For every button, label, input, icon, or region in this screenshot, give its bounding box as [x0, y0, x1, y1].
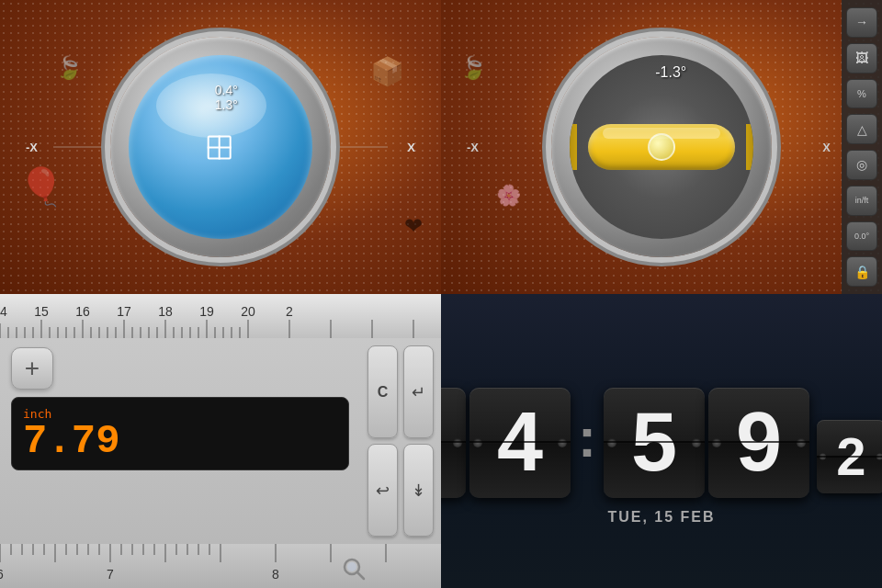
svg-text:7: 7	[107, 567, 114, 582]
measurement-value: 7.79	[23, 421, 337, 461]
spirit-bubble	[648, 133, 675, 161]
bolt-right-icon-2	[558, 438, 567, 447]
svg-text:20: 20	[241, 304, 255, 319]
sidebar-btn-percent[interactable]: %	[846, 79, 877, 109]
ruler-bottom-svg: 6 7 8	[0, 544, 441, 588]
ruler-top-scale: 14 15 16 17 18 19 20 2	[0, 294, 441, 338]
leaf-decoration: 🍃	[55, 55, 83, 81]
seconds-display: 2 6	[817, 420, 882, 493]
svg-text:17: 17	[117, 304, 131, 319]
sidebar-btn-triangle[interactable]: △	[846, 114, 877, 144]
bolt-right-icon	[453, 438, 462, 447]
plus-label: +	[25, 354, 40, 383]
svg-text:18: 18	[158, 304, 173, 319]
ruler-top-svg: 14 15 16 17 18 19 20 2	[0, 294, 441, 338]
svg-text:8: 8	[272, 567, 279, 582]
minutes-tens: 5	[604, 388, 705, 498]
bolt-right-icon-3	[692, 438, 701, 447]
sidebar-btn-target[interactable]: ◎	[846, 150, 877, 180]
spirit-tube	[588, 124, 735, 170]
clock-date: TUE, 15 FEB	[607, 509, 715, 526]
ruler-bottom-scale: 6 7 8	[0, 544, 441, 588]
heart-decoration: ❤	[404, 213, 423, 239]
svg-text:2: 2	[286, 304, 293, 319]
svg-text:16: 16	[75, 304, 90, 319]
seconds-tens: 2	[817, 420, 882, 493]
bolt-left-icon-2	[473, 438, 482, 447]
sidebar-btn-angle[interactable]: 0.0°	[846, 221, 877, 252]
measurement-display: inch 7.79	[11, 397, 349, 470]
magnifier-icon[interactable]	[342, 557, 368, 582]
svg-text:14: 14	[0, 304, 7, 319]
flip-clock-panel: PM 0 4 :	[441, 294, 882, 588]
spirit-inner	[570, 55, 753, 239]
hours-display: 0 4	[441, 388, 571, 498]
add-measurement-button[interactable]: +	[11, 347, 53, 390]
spirit-level-panel: 🍃 🌸 Y -Y -X X -1.3° → 🖼 %	[441, 0, 882, 294]
x-left-label: -X	[26, 141, 38, 154]
sidebar-btn-image[interactable]: 🖼	[846, 43, 877, 74]
colon-separator: :	[578, 411, 596, 466]
crosshair-box	[208, 136, 232, 160]
svg-text:6: 6	[0, 567, 4, 582]
clear-button[interactable]: C	[368, 345, 398, 438]
sidebar-btn-export[interactable]: →	[846, 7, 877, 38]
back-button[interactable]: ↩	[368, 444, 398, 537]
hours-ones: 4	[469, 388, 571, 498]
leaf-deco-q2: 🍃	[459, 55, 487, 81]
svg-line-73	[357, 572, 364, 579]
svg-point-74	[347, 562, 356, 571]
clock-container: PM 0 4 :	[441, 357, 882, 526]
flower-deco-q2: 🌸	[496, 184, 521, 208]
enter-button[interactable]: ↵	[403, 345, 434, 438]
spirit-angle-value: -1.3°	[655, 64, 686, 80]
clock-top-bar: PM	[441, 357, 882, 377]
tube-right-cap	[746, 124, 753, 170]
sidebar-btn-infeet[interactable]: in/ft	[846, 186, 877, 216]
app-grid: 🎈 🍃 📦 ❤ Y -Y -X X 0.4° 1.3° 🍃 🌸 Y -Y -X …	[0, 0, 882, 588]
x-right-label: X	[407, 141, 415, 154]
ruler-main-area: + inch 7.79	[0, 338, 360, 544]
q2-x-left-label: -X	[467, 141, 479, 154]
ruler-content-area: + inch 7.79 C ↵ ↩ ↡	[0, 338, 441, 544]
minutes-display: 5 9	[604, 388, 809, 498]
svg-text:19: 19	[199, 304, 214, 319]
q2-x-right-label: X	[822, 141, 831, 154]
minutes-ones: 9	[708, 388, 809, 498]
ruler-panel: 14 15 16 17 18 19 20 2 + inch 7.79	[0, 294, 441, 588]
spirit-angle-display: -1.3°	[655, 64, 686, 81]
flip-digits-row: 0 4 : 5	[441, 388, 882, 498]
hours-tens: 0	[441, 388, 466, 498]
bolt-s-left-1	[820, 453, 826, 459]
calculator-buttons: C ↵ ↩ ↡	[360, 338, 441, 544]
tube-left-cap	[570, 124, 577, 170]
box-decoration: 📦	[370, 55, 404, 87]
right-sidebar: → 🖼 % △ ◎ in/ft 0.0° 🔒	[842, 0, 882, 294]
bolt-left-icon-3	[607, 438, 616, 447]
down-button[interactable]: ↡	[403, 444, 434, 537]
sidebar-btn-lock[interactable]: 🔒	[846, 256, 877, 287]
balloon-decoration: 🎈	[18, 165, 64, 209]
svg-text:15: 15	[34, 304, 49, 319]
bolt-left-icon-4	[712, 438, 721, 447]
bolt-right-icon-4	[797, 438, 806, 447]
bolt-s-right-1	[876, 453, 882, 459]
bubble-level-panel: 🎈 🍃 📦 ❤ Y -Y -X X 0.4° 1.3°	[0, 0, 441, 294]
bubble-shine	[156, 74, 266, 138]
